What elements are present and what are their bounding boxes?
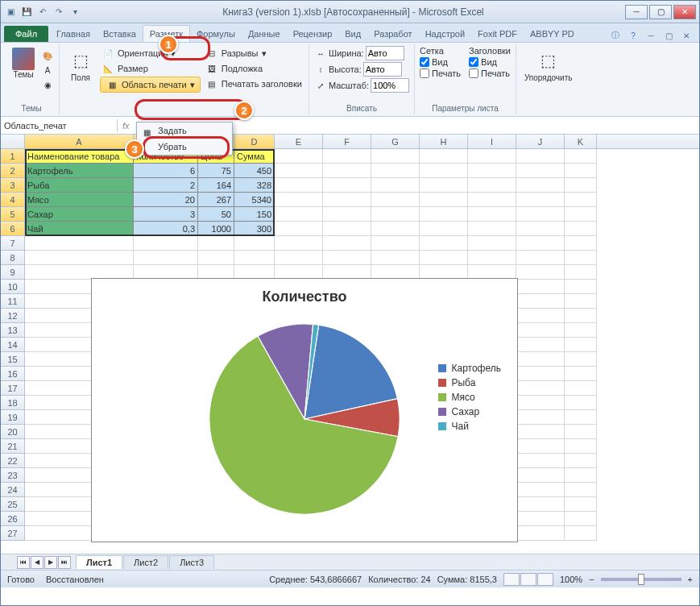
cell[interactable] <box>516 207 565 222</box>
size-button[interactable]: 📐Размер <box>100 61 201 76</box>
cell[interactable] <box>565 526 597 541</box>
cell[interactable] <box>234 251 275 265</box>
breaks-button[interactable]: ⊟Разрывы ▾ <box>204 46 304 60</box>
cell[interactable]: 0,3 <box>134 222 198 236</box>
cell[interactable] <box>565 323 597 338</box>
cell[interactable] <box>420 193 468 207</box>
row-header[interactable]: 8 <box>1 251 25 265</box>
cell[interactable] <box>516 193 565 207</box>
cell[interactable] <box>275 251 323 265</box>
zoom-in[interactable]: + <box>688 575 693 584</box>
cell[interactable] <box>420 149 468 164</box>
cell[interactable] <box>420 251 468 265</box>
undo-icon[interactable]: ↶ <box>36 6 49 19</box>
window-restore-icon[interactable]: ▢ <box>662 29 675 42</box>
cell[interactable] <box>565 483 597 497</box>
orientation-button[interactable]: 📄Ориентация ▾ <box>100 46 201 60</box>
row-header[interactable]: 6 <box>1 222 25 236</box>
save-icon[interactable]: 💾 <box>20 6 33 19</box>
cell[interactable] <box>565 178 597 193</box>
cell[interactable] <box>323 164 371 178</box>
row-header[interactable]: 10 <box>1 280 25 294</box>
cell[interactable]: Сахар <box>25 207 134 222</box>
row-header[interactable]: 21 <box>1 439 25 454</box>
row-header[interactable]: 4 <box>1 193 25 207</box>
cell[interactable] <box>371 222 420 236</box>
effects-icon[interactable]: ◉ <box>41 78 54 91</box>
grid-view-check[interactable]: Вид <box>420 57 461 67</box>
cell[interactable]: 2 <box>134 178 198 193</box>
width-spinbox[interactable]: ↔Ширина: <box>314 46 404 60</box>
cell[interactable] <box>468 236 516 251</box>
cell[interactable] <box>565 207 597 222</box>
cell[interactable] <box>565 338 597 352</box>
scale-spinbox[interactable]: ⤢Масштаб: <box>314 78 409 93</box>
height-input[interactable] <box>363 62 402 77</box>
cell[interactable] <box>323 236 371 251</box>
col-header[interactable]: J <box>516 135 565 148</box>
cell[interactable] <box>234 236 275 251</box>
cell[interactable]: Сумма <box>234 149 275 164</box>
cell[interactable] <box>275 236 323 251</box>
tab-foxit[interactable]: Foxit PDF <box>471 26 524 42</box>
tab-abbyy[interactable]: ABBYY PD <box>524 26 581 42</box>
cell[interactable] <box>323 222 371 236</box>
cell[interactable] <box>468 149 516 164</box>
maximize-button[interactable]: ▢ <box>649 5 672 19</box>
nav-prev[interactable]: ◀ <box>31 556 43 569</box>
cell[interactable]: 1000 <box>198 222 234 236</box>
fonts-icon[interactable]: A <box>41 64 54 77</box>
cell[interactable] <box>420 222 468 236</box>
cell[interactable] <box>565 236 597 251</box>
row-header[interactable]: 2 <box>1 164 25 178</box>
col-header[interactable]: H <box>420 135 468 148</box>
cell[interactable]: 50 <box>198 207 234 222</box>
cell[interactable] <box>516 396 565 410</box>
cell[interactable] <box>25 251 134 265</box>
cell[interactable] <box>468 222 516 236</box>
row-header[interactable]: 9 <box>1 265 25 280</box>
zoom-thumb[interactable] <box>638 574 644 585</box>
col-header[interactable]: E <box>275 135 323 148</box>
cell[interactable] <box>516 439 565 454</box>
cell[interactable] <box>371 193 420 207</box>
cell[interactable] <box>275 193 323 207</box>
view-normal[interactable] <box>503 573 520 586</box>
cell[interactable] <box>516 149 565 164</box>
cell[interactable]: 5340 <box>234 193 275 207</box>
cell[interactable] <box>198 251 234 265</box>
help-icon[interactable]: ? <box>627 29 640 42</box>
nav-last[interactable]: ⏭ <box>58 556 71 569</box>
cell[interactable] <box>516 236 565 251</box>
fx-icon[interactable]: fx <box>118 121 135 131</box>
cell[interactable] <box>565 439 597 454</box>
cell[interactable]: Рыба <box>25 178 134 193</box>
row-header[interactable]: 7 <box>1 236 25 251</box>
tab-addins[interactable]: Надстрой <box>419 26 471 42</box>
zoom-slider[interactable] <box>601 578 681 581</box>
tab-insert[interactable]: Вставка <box>97 26 143 42</box>
view-break[interactable] <box>537 573 553 586</box>
row-header[interactable]: 16 <box>1 367 25 381</box>
cell[interactable] <box>468 207 516 222</box>
cell[interactable] <box>25 236 134 251</box>
col-header[interactable]: I <box>468 135 516 148</box>
qat-more-icon[interactable]: ▾ <box>68 6 81 19</box>
cell[interactable] <box>565 396 597 410</box>
cell[interactable] <box>565 410 597 425</box>
cell[interactable] <box>516 178 565 193</box>
cell[interactable] <box>565 425 597 439</box>
height-spinbox[interactable]: ↕Высота: <box>314 62 402 77</box>
col-header[interactable]: F <box>323 135 371 148</box>
col-header[interactable]: D <box>234 135 275 148</box>
cell[interactable] <box>134 236 198 251</box>
head-print-check[interactable]: Печать <box>469 68 511 78</box>
width-input[interactable] <box>366 46 404 60</box>
cell[interactable] <box>565 164 597 178</box>
cell[interactable] <box>275 222 323 236</box>
cell[interactable] <box>565 497 597 512</box>
cell[interactable] <box>198 236 234 251</box>
cell[interactable] <box>565 367 597 381</box>
cell[interactable] <box>516 381 565 396</box>
cell[interactable] <box>565 265 597 280</box>
